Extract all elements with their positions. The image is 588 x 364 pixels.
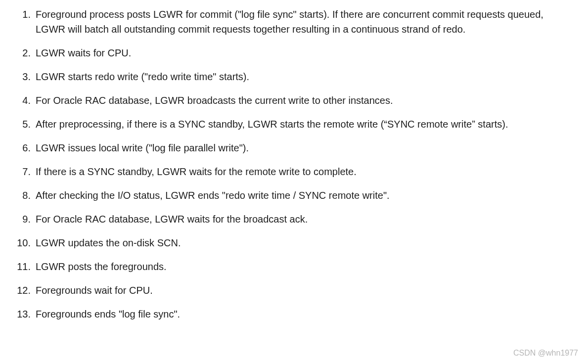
list-item: LGWR starts redo write ("redo write time… xyxy=(14,69,568,84)
list-item: After checking the I/O status, LGWR ends… xyxy=(14,188,568,203)
list-item-text: LGWR starts redo write ("redo write time… xyxy=(36,71,249,82)
list-item: LGWR issues local write ("log file paral… xyxy=(14,140,568,155)
list-item-text: LGWR updates the on-disk SCN. xyxy=(36,237,181,248)
list-item: LGWR updates the on-disk SCN. xyxy=(14,235,568,250)
list-item: Foregrounds wait for CPU. xyxy=(14,283,568,298)
list-item: If there is a SYNC standby, LGWR waits f… xyxy=(14,164,568,179)
list-item-text: LGWR waits for CPU. xyxy=(36,47,131,58)
list-item-text: If there is a SYNC standby, LGWR waits f… xyxy=(36,166,357,177)
ordered-steps-list: Foreground process posts LGWR for commit… xyxy=(14,7,568,321)
list-item-text: After preprocessing, if there is a SYNC … xyxy=(36,119,508,130)
list-item: LGWR posts the foregrounds. xyxy=(14,259,568,274)
list-item-text: LGWR posts the foregrounds. xyxy=(36,261,167,272)
list-item-text: Foregrounds ends "log file sync". xyxy=(36,309,180,319)
list-item-text: For Oracle RAC database, LGWR waits for … xyxy=(36,214,308,225)
list-item: LGWR waits for CPU. xyxy=(14,46,568,60)
list-item-text: Foreground process posts LGWR for commit… xyxy=(36,9,543,35)
list-item: Foregrounds ends "log file sync". xyxy=(14,307,568,321)
list-item: For Oracle RAC database, LGWR waits for … xyxy=(14,212,568,227)
list-item-text: LGWR issues local write ("log file paral… xyxy=(36,142,249,153)
list-item-text: After checking the I/O status, LGWR ends… xyxy=(36,190,390,201)
list-item-text: For Oracle RAC database, LGWR broadcasts… xyxy=(36,95,393,106)
list-item: After preprocessing, if there is a SYNC … xyxy=(14,117,568,132)
list-item: For Oracle RAC database, LGWR broadcasts… xyxy=(14,93,568,108)
list-item-text: Foregrounds wait for CPU. xyxy=(36,285,153,296)
list-item: Foreground process posts LGWR for commit… xyxy=(14,7,568,37)
watermark-text: CSDN @whn1977 xyxy=(513,347,578,359)
